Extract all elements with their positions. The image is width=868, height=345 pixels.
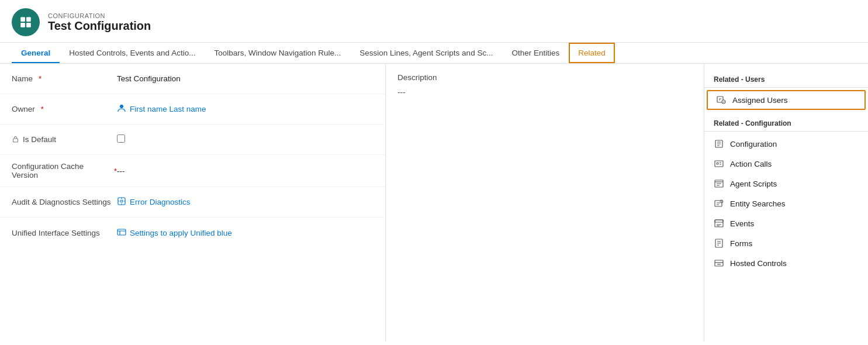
related-config-title: Related - Configuration <box>704 115 868 131</box>
header-sub-label: CONFIGURATION <box>48 12 151 19</box>
description-value: --- <box>397 88 692 96</box>
field-label-config-cache: Configuration Cache Version * <box>12 162 117 180</box>
related-panel: Related - Users Assigned Users Related -… <box>704 64 868 341</box>
tab-toolbars[interactable]: Toolbars, Window Navigation Rule... <box>205 43 350 63</box>
agent-scripts-label: Agent Scripts <box>730 180 777 188</box>
svg-rect-3 <box>26 23 31 27</box>
events-label: Events <box>730 219 754 228</box>
related-item-forms[interactable]: Forms <box>704 233 868 253</box>
related-users-title: Related - Users <box>704 71 868 87</box>
related-config-divider <box>704 131 868 132</box>
svg-point-4 <box>120 105 123 108</box>
main-content: Name * Test Configuration Owner * First … <box>0 64 868 341</box>
related-item-entity-searches[interactable]: Entity Searches <box>704 194 868 213</box>
tab-related[interactable]: Related <box>569 43 615 63</box>
svg-rect-1 <box>26 17 31 22</box>
field-value-is-default <box>117 134 374 144</box>
field-label-is-default: Is Default <box>12 135 117 144</box>
field-value-owner[interactable]: First name Last name <box>117 104 374 115</box>
entity-searches-icon <box>714 198 724 209</box>
related-item-assigned-users[interactable]: Assigned Users <box>707 90 866 110</box>
svg-point-10 <box>722 100 725 104</box>
related-item-configuration[interactable]: Configuration <box>704 134 868 154</box>
hosted-controls-icon <box>714 258 724 268</box>
svg-rect-12 <box>715 161 723 167</box>
related-item-agent-scripts[interactable]: Agent Scripts <box>704 174 868 194</box>
events-icon <box>714 218 724 229</box>
svg-rect-2 <box>20 23 25 27</box>
tab-other-entities[interactable]: Other Entities <box>502 43 569 63</box>
agent-scripts-icon <box>714 178 724 189</box>
field-label-owner: Owner * <box>12 105 117 113</box>
description-label: Description <box>397 73 692 82</box>
entity-searches-label: Entity Searches <box>730 199 786 208</box>
forms-label: Forms <box>730 239 752 248</box>
field-label-audit: Audit & Diagnostics Settings <box>12 198 117 206</box>
unified-icon <box>117 227 126 239</box>
form-row-config-cache: Configuration Cache Version * --- <box>0 155 385 187</box>
page-title: Test Configuration <box>48 19 151 33</box>
svg-rect-5 <box>13 139 18 142</box>
configuration-icon <box>12 8 40 36</box>
assigned-users-icon <box>716 95 727 105</box>
required-indicator-name: * <box>39 74 42 83</box>
field-value-audit[interactable]: Error Diagnostics <box>117 196 374 208</box>
svg-rect-14 <box>715 201 722 206</box>
configuration-label: Configuration <box>730 140 777 149</box>
form-panel: Name * Test Configuration Owner * First … <box>0 64 386 341</box>
related-users-divider <box>704 87 868 88</box>
page-header: CONFIGURATION Test Configuration <box>0 0 868 43</box>
tab-general[interactable]: General <box>12 43 60 63</box>
field-value-unified[interactable]: Settings to apply Unified blue <box>117 227 374 239</box>
required-indicator-owner: * <box>41 105 44 113</box>
is-default-checkbox[interactable] <box>117 134 125 143</box>
svg-point-7 <box>120 200 123 202</box>
field-label-unified: Unified Interface Settings <box>12 229 117 237</box>
action-calls-label: Action Calls <box>730 160 772 168</box>
tab-hosted-controls[interactable]: Hosted Controls, Events and Actio... <box>60 43 205 63</box>
form-row-name: Name * Test Configuration <box>0 64 385 94</box>
action-calls-icon <box>714 158 724 169</box>
spacer <box>704 110 868 115</box>
related-item-events[interactable]: Events <box>704 213 868 233</box>
form-row-audit: Audit & Diagnostics Settings Error Diagn… <box>0 187 385 218</box>
field-value-name: Test Configuration <box>117 74 374 83</box>
config-svg-icon <box>19 16 32 29</box>
header-text-block: CONFIGURATION Test Configuration <box>48 12 151 33</box>
field-value-config-cache: --- <box>117 167 374 175</box>
svg-rect-0 <box>20 17 25 22</box>
hosted-controls-label: Hosted Controls <box>730 259 787 268</box>
forms-icon <box>714 238 724 249</box>
field-label-name: Name * <box>12 74 117 83</box>
audit-icon <box>117 196 126 208</box>
tab-bar: General Hosted Controls, Events and Acti… <box>0 43 868 64</box>
related-item-action-calls[interactable]: Action Calls <box>704 154 868 174</box>
form-row-is-default: Is Default <box>0 125 385 155</box>
configuration-list-icon <box>714 139 724 149</box>
person-icon <box>117 104 126 115</box>
form-row-owner: Owner * First name Last name <box>0 94 385 125</box>
lock-icon <box>12 135 19 144</box>
assigned-users-label: Assigned Users <box>732 96 788 105</box>
svg-rect-19 <box>715 260 723 266</box>
svg-rect-17 <box>715 220 723 222</box>
svg-rect-8 <box>117 229 126 235</box>
description-panel: Description --- <box>386 64 704 341</box>
form-row-unified: Unified Interface Settings Settings to a… <box>0 218 385 248</box>
related-item-hosted-controls[interactable]: Hosted Controls <box>704 253 868 273</box>
tab-session-lines[interactable]: Session Lines, Agent Scripts and Sc... <box>350 43 502 63</box>
